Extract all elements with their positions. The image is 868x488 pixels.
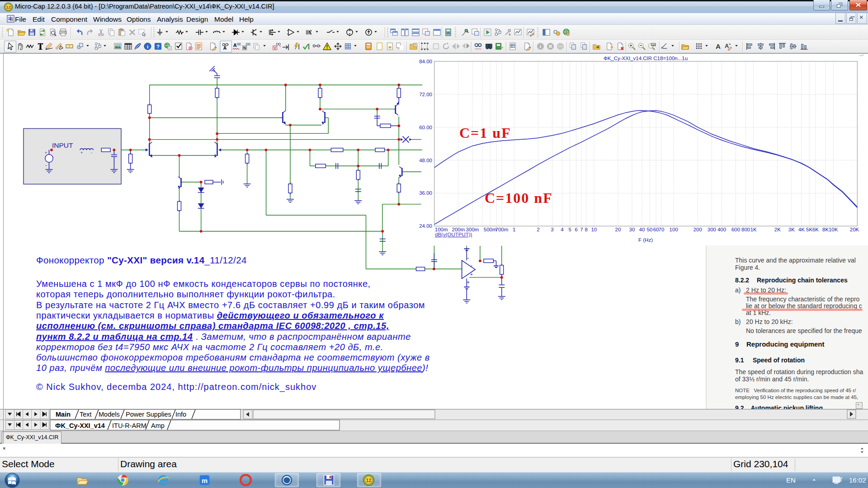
svg-text:12: 12 xyxy=(366,478,371,483)
svg-text:400: 400 xyxy=(717,227,726,232)
svg-text:Models: Models xyxy=(99,411,120,418)
svg-text:600: 600 xyxy=(731,227,740,232)
svg-text:5: 5 xyxy=(568,227,571,232)
svg-text:4: 4 xyxy=(561,227,564,232)
svg-text:8: 8 xyxy=(585,227,587,232)
svg-text:200: 200 xyxy=(693,227,702,232)
svg-text:2K: 2K xyxy=(774,227,781,232)
svg-text:-: - xyxy=(91,150,92,155)
svg-text:500m: 500m xyxy=(484,227,497,232)
svg-text:ФK_Cy-XXI_v14: ФK_Cy-XXI_v14 xyxy=(55,422,105,429)
svg-text:24.00: 24.00 xyxy=(419,223,432,229)
svg-text:48.00: 48.00 xyxy=(419,158,432,163)
svg-text:m: m xyxy=(202,477,208,484)
svg-text:700m: 700m xyxy=(495,227,509,232)
svg-text:3: 3 xyxy=(551,227,553,232)
svg-text:8K: 8K xyxy=(822,227,829,232)
svg-text:36.00: 36.00 xyxy=(419,190,432,196)
svg-text:Power Supplies: Power Supplies xyxy=(126,411,171,418)
svg-text:+: + xyxy=(45,150,47,155)
svg-text:300: 300 xyxy=(708,227,716,232)
svg-text:6K: 6K xyxy=(812,227,819,232)
svg-text:-: - xyxy=(471,263,472,269)
svg-text:3K: 3K xyxy=(788,227,795,232)
svg-text:30: 30 xyxy=(629,227,635,232)
svg-text:INPUT: INPUT xyxy=(52,141,73,149)
svg-text:+: + xyxy=(467,279,470,286)
svg-text:4K: 4K xyxy=(798,227,805,232)
svg-text:84.00: 84.00 xyxy=(419,59,432,64)
svg-text:10K: 10K xyxy=(829,227,838,232)
svg-text:70: 70 xyxy=(659,227,665,232)
svg-text:-: - xyxy=(467,254,469,261)
svg-text:F (Hz): F (Hz) xyxy=(638,237,653,243)
svg-text:Info: Info xyxy=(175,411,186,418)
svg-text:6: 6 xyxy=(575,227,577,232)
svg-text:1: 1 xyxy=(513,227,515,232)
svg-text:Amp: Amp xyxy=(151,422,165,429)
svg-text:800: 800 xyxy=(741,227,750,232)
svg-text:10: 10 xyxy=(591,227,597,232)
svg-text:50: 50 xyxy=(647,227,653,232)
svg-text:C=100 nF: C=100 nF xyxy=(485,190,553,206)
svg-text:-: - xyxy=(45,162,47,168)
svg-text:2: 2 xyxy=(537,227,539,232)
svg-text:100: 100 xyxy=(670,227,678,232)
svg-text:72.00: 72.00 xyxy=(419,92,432,97)
svg-text:+: + xyxy=(80,150,83,155)
svg-text:20: 20 xyxy=(615,227,621,232)
svg-text:5K: 5K xyxy=(806,227,812,232)
svg-text:ФK_Cy-XXI_v14.CIR C18=100n...1: ФK_Cy-XXI_v14.CIR C18=100n...1u xyxy=(604,56,688,61)
svg-text:ITU-R-ARM: ITU-R-ARM xyxy=(112,422,146,429)
svg-text:1K: 1K xyxy=(750,227,757,232)
svg-text:+: + xyxy=(470,272,473,277)
svg-text:C=1 uF: C=1 uF xyxy=(459,125,511,141)
svg-text:60.00: 60.00 xyxy=(419,125,432,130)
svg-text:20K: 20K xyxy=(850,227,859,232)
svg-text:dB(v(OUTPUT)): dB(v(OUTPUT)) xyxy=(435,232,472,237)
svg-text:7: 7 xyxy=(580,227,583,232)
svg-text:40: 40 xyxy=(639,227,645,232)
svg-text:Text: Text xyxy=(80,411,92,418)
svg-text:Main: Main xyxy=(56,411,71,418)
